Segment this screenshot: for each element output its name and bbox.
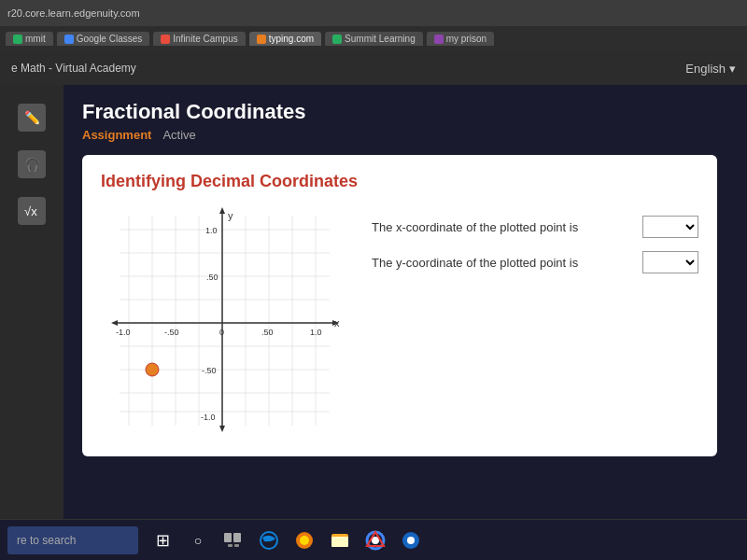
svg-point-42 bbox=[300, 536, 309, 545]
sidebar-headphone-icon[interactable]: 🎧 bbox=[18, 150, 46, 178]
chevron-down-icon: ▾ bbox=[729, 62, 736, 76]
left-sidebar: ✏️ 🎧 √x bbox=[0, 85, 63, 519]
explorer-icon[interactable] bbox=[325, 525, 355, 555]
url-text: r20.core.learn.edgenuity.com bbox=[7, 7, 140, 19]
svg-text:.50: .50 bbox=[206, 273, 218, 282]
y-coord-select[interactable]: -0.75 -0.50 -0.25 0 0.25 0.50 0.75 bbox=[642, 251, 698, 273]
x-coord-label: The x-coordinate of the plotted point is bbox=[372, 220, 635, 234]
content-card: Identifying Decimal Coordinates bbox=[82, 155, 717, 456]
taskview-icon[interactable] bbox=[218, 525, 248, 555]
svg-text:-1.0: -1.0 bbox=[201, 413, 216, 422]
svg-text:-.50: -.50 bbox=[202, 366, 217, 375]
sidebar-pencil-icon[interactable]: ✏️ bbox=[18, 104, 46, 132]
tab-typing-label: typing.com bbox=[269, 34, 314, 44]
y-coord-label: The y-coordinate of the plotted point is bbox=[372, 256, 635, 270]
summit-favicon bbox=[13, 35, 22, 44]
search-placeholder: re to search bbox=[17, 534, 76, 547]
svg-point-48 bbox=[407, 537, 415, 544]
prison-favicon bbox=[434, 35, 444, 44]
tab-summit[interactable]: mmit bbox=[6, 32, 53, 46]
address-bar: r20.core.learn.edgenuity.com bbox=[0, 0, 747, 26]
google-favicon bbox=[64, 35, 74, 44]
tab-infinite-label: Infinite Campus bbox=[173, 34, 237, 44]
svg-text:-.50: -.50 bbox=[164, 328, 179, 337]
coordinate-plane: y x -1.0 -.50 0 .50 1.0 bbox=[101, 206, 344, 440]
tabs-bar: mmit Google Classes Infinite Campus typi… bbox=[0, 26, 747, 51]
card-body: y x -1.0 -.50 0 .50 1.0 bbox=[101, 206, 698, 440]
firefox-icon[interactable] bbox=[289, 525, 319, 555]
svg-rect-44 bbox=[331, 537, 348, 547]
tab-google[interactable]: Google Classes bbox=[57, 32, 150, 46]
svg-text:√x: √x bbox=[24, 204, 37, 218]
tab-summit2-label: Summit Learning bbox=[345, 34, 416, 44]
sidebar-formula-icon[interactable]: √x bbox=[18, 197, 46, 225]
tab-prison[interactable]: my prison bbox=[427, 32, 494, 46]
card-title: Identifying Decimal Coordinates bbox=[101, 172, 698, 191]
svg-text:1.0: 1.0 bbox=[310, 328, 322, 337]
tab-infinite[interactable]: Infinite Campus bbox=[153, 32, 245, 46]
summit2-favicon bbox=[332, 35, 342, 44]
breadcrumb-status: Active bbox=[162, 128, 195, 142]
tab-summit-label: mmit bbox=[25, 34, 46, 44]
svg-rect-38 bbox=[228, 544, 233, 547]
breadcrumb-assignment[interactable]: Assignment bbox=[82, 128, 151, 142]
taskbar: re to search ⊞ ○ bbox=[0, 519, 747, 560]
svg-rect-36 bbox=[224, 533, 232, 542]
qa-section: The x-coordinate of the plotted point is… bbox=[372, 206, 698, 273]
taskbar-icons: ⊞ ○ bbox=[148, 525, 426, 555]
language-selector[interactable]: English ▾ bbox=[685, 62, 736, 76]
windows-icon[interactable]: ⊞ bbox=[148, 525, 177, 555]
main-content: Fractional Coordinates Assignment Active… bbox=[63, 85, 747, 471]
typing-favicon bbox=[257, 35, 266, 44]
svg-text:x: x bbox=[334, 317, 340, 329]
chrome2-icon[interactable] bbox=[396, 525, 426, 555]
x-coord-row: The x-coordinate of the plotted point is… bbox=[372, 216, 698, 238]
language-label: English bbox=[685, 62, 726, 76]
svg-rect-37 bbox=[233, 533, 241, 542]
svg-text:1.0: 1.0 bbox=[205, 226, 218, 235]
chrome-icon[interactable] bbox=[360, 525, 390, 555]
browser-chrome: r20.core.learn.edgenuity.com mmit Google… bbox=[0, 0, 747, 51]
coord-svg: y x -1.0 -.50 0 .50 1.0 bbox=[101, 206, 344, 440]
tab-summit2[interactable]: Summit Learning bbox=[325, 32, 423, 46]
svg-text:0: 0 bbox=[219, 328, 224, 337]
y-coord-row: The y-coordinate of the plotted point is… bbox=[372, 251, 698, 273]
x-coord-select[interactable]: -0.75 -0.50 -0.25 0 0.25 0.50 0.75 bbox=[642, 216, 698, 238]
svg-marker-23 bbox=[219, 207, 225, 214]
taskbar-search[interactable]: re to search bbox=[7, 526, 138, 554]
svg-rect-39 bbox=[234, 544, 239, 547]
svg-text:.50: .50 bbox=[261, 328, 274, 337]
tab-prison-label: my prison bbox=[446, 34, 486, 44]
tab-google-label: Google Classes bbox=[77, 34, 143, 44]
svg-text:-1.0: -1.0 bbox=[116, 328, 131, 337]
svg-marker-21 bbox=[111, 320, 118, 326]
svg-marker-24 bbox=[219, 426, 225, 432]
sqrt-icon: √x bbox=[23, 203, 40, 219]
tab-typing[interactable]: typing.com bbox=[249, 32, 321, 46]
breadcrumb: Assignment Active bbox=[82, 128, 728, 142]
plotted-point bbox=[146, 363, 159, 376]
page-title: Fractional Coordinates bbox=[82, 100, 728, 124]
edge-icon[interactable] bbox=[254, 525, 284, 555]
edgenuity-header: e Math - Virtual Academy English ▾ bbox=[0, 51, 747, 85]
edu-brand: e Math - Virtual Academy bbox=[11, 62, 136, 75]
infinite-favicon bbox=[161, 35, 170, 44]
page-wrapper: e Math - Virtual Academy English ▾ ✏️ 🎧 … bbox=[0, 51, 747, 519]
cortana-icon[interactable]: ○ bbox=[183, 525, 213, 555]
svg-text:y: y bbox=[228, 210, 233, 221]
